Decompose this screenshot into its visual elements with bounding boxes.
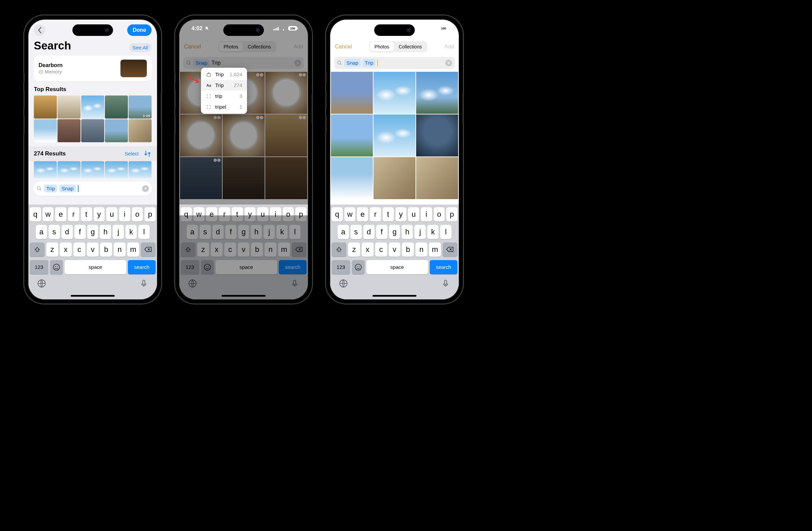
tab-collections[interactable]: Collections bbox=[394, 42, 426, 52]
shift-key[interactable] bbox=[332, 242, 346, 257]
search-key[interactable]: search bbox=[128, 260, 156, 274]
key-e[interactable]: e bbox=[206, 207, 217, 222]
suggestion-item[interactable]: Trip 1,624 bbox=[201, 69, 247, 80]
search-token[interactable]: Snap bbox=[193, 59, 210, 67]
suggestion-item[interactable]: trip 3 bbox=[201, 91, 247, 102]
memory-card[interactable]: Dearborn Memory bbox=[34, 56, 151, 81]
key-f[interactable]: f bbox=[225, 225, 236, 239]
key-d[interactable]: d bbox=[213, 225, 223, 239]
key-v[interactable]: v bbox=[87, 242, 99, 257]
select-button[interactable]: Select bbox=[125, 151, 139, 156]
key-a[interactable]: a bbox=[36, 225, 47, 239]
thumbnail[interactable] bbox=[331, 114, 373, 156]
key-p[interactable]: p bbox=[446, 207, 458, 222]
key-o[interactable]: o bbox=[434, 207, 445, 222]
key-u[interactable]: u bbox=[257, 207, 268, 222]
back-button[interactable] bbox=[34, 24, 45, 36]
key-e[interactable]: e bbox=[55, 207, 66, 222]
key-w[interactable]: w bbox=[43, 207, 54, 222]
key-s[interactable]: s bbox=[350, 225, 362, 239]
thumbnail[interactable] bbox=[374, 72, 416, 114]
thumbnail[interactable] bbox=[129, 161, 151, 178]
clear-button[interactable]: ✕ bbox=[445, 60, 452, 66]
thumbnail[interactable] bbox=[265, 157, 307, 199]
key-r[interactable]: r bbox=[219, 207, 230, 222]
key-c[interactable]: c bbox=[375, 242, 387, 257]
clear-button[interactable]: ✕ bbox=[294, 60, 301, 66]
globe-icon[interactable] bbox=[37, 279, 46, 288]
tab-photos[interactable]: Photos bbox=[370, 42, 394, 52]
thumbnail[interactable] bbox=[58, 96, 81, 118]
key-t[interactable]: t bbox=[81, 207, 92, 222]
thumbnail[interactable] bbox=[223, 157, 264, 199]
space-key[interactable]: space bbox=[216, 260, 277, 274]
key-b[interactable]: b bbox=[100, 242, 112, 257]
shift-key[interactable] bbox=[30, 242, 45, 257]
key-k[interactable]: k bbox=[427, 225, 438, 239]
key-l[interactable]: l bbox=[139, 225, 149, 239]
key-n[interactable]: n bbox=[114, 242, 126, 257]
search-bar[interactable]: Snap Trip ✕ bbox=[334, 57, 455, 69]
emoji-key[interactable] bbox=[201, 260, 214, 274]
key-s[interactable]: s bbox=[200, 225, 211, 239]
emoji-key[interactable] bbox=[50, 260, 63, 274]
key-g[interactable]: g bbox=[238, 225, 249, 239]
thumbnail[interactable] bbox=[416, 114, 458, 156]
numbers-key[interactable]: 123 bbox=[332, 260, 350, 274]
key-x[interactable]: x bbox=[211, 242, 223, 257]
thumbnail[interactable] bbox=[129, 119, 151, 142]
key-q[interactable]: q bbox=[181, 207, 192, 222]
thumbnail[interactable] bbox=[58, 161, 81, 178]
key-z[interactable]: z bbox=[46, 242, 58, 257]
thumbnail[interactable] bbox=[81, 161, 104, 178]
clear-button[interactable]: ✕ bbox=[142, 185, 149, 192]
thumbnail[interactable] bbox=[34, 161, 57, 178]
search-token[interactable]: Trip bbox=[362, 59, 376, 67]
key-h[interactable]: h bbox=[251, 225, 262, 239]
key-g[interactable]: g bbox=[389, 225, 400, 239]
tab-collections[interactable]: Collections bbox=[243, 42, 275, 52]
thumbnail[interactable] bbox=[180, 157, 222, 199]
thumbnail[interactable] bbox=[34, 119, 57, 142]
numbers-key[interactable]: 123 bbox=[30, 260, 48, 274]
key-d[interactable]: d bbox=[61, 225, 73, 239]
key-l[interactable]: l bbox=[440, 225, 451, 239]
thumbnail[interactable] bbox=[265, 114, 307, 156]
key-a[interactable]: a bbox=[187, 225, 198, 239]
key-f[interactable]: f bbox=[376, 225, 387, 239]
key-c[interactable]: c bbox=[73, 242, 85, 257]
key-i[interactable]: i bbox=[270, 207, 281, 222]
thumbnail[interactable] bbox=[416, 72, 458, 114]
key-i[interactable]: i bbox=[119, 207, 130, 222]
thumbnail[interactable] bbox=[105, 96, 128, 118]
key-r[interactable]: r bbox=[68, 207, 79, 222]
key-h[interactable]: h bbox=[402, 225, 413, 239]
mic-icon[interactable] bbox=[140, 279, 148, 288]
key-z[interactable]: z bbox=[197, 242, 209, 257]
thumbnail[interactable] bbox=[416, 157, 458, 199]
space-key[interactable]: space bbox=[64, 260, 126, 274]
key-n[interactable]: n bbox=[264, 242, 276, 257]
see-all-button[interactable]: See All bbox=[129, 43, 151, 52]
thumbnail[interactable] bbox=[265, 72, 307, 114]
add-button[interactable]: Add bbox=[294, 44, 303, 50]
key-v[interactable]: v bbox=[238, 242, 250, 257]
key-l[interactable]: l bbox=[289, 225, 301, 239]
cancel-button[interactable]: Cancel bbox=[335, 44, 352, 50]
key-q[interactable]: q bbox=[332, 207, 343, 222]
key-o[interactable]: o bbox=[132, 207, 143, 222]
thumbnail[interactable] bbox=[180, 114, 222, 156]
space-key[interactable]: space bbox=[366, 260, 428, 274]
home-indicator[interactable] bbox=[373, 295, 417, 297]
key-m[interactable]: m bbox=[429, 242, 441, 257]
key-i[interactable]: i bbox=[421, 207, 432, 222]
thumbnail[interactable] bbox=[331, 157, 373, 199]
home-indicator[interactable] bbox=[71, 295, 115, 297]
delete-key[interactable] bbox=[141, 242, 156, 257]
search-key[interactable]: search bbox=[430, 260, 458, 274]
key-b[interactable]: b bbox=[251, 242, 263, 257]
thumbnail[interactable] bbox=[34, 96, 57, 118]
key-c[interactable]: c bbox=[224, 242, 236, 257]
numbers-key[interactable]: 123 bbox=[181, 260, 199, 274]
key-m[interactable]: m bbox=[278, 242, 290, 257]
